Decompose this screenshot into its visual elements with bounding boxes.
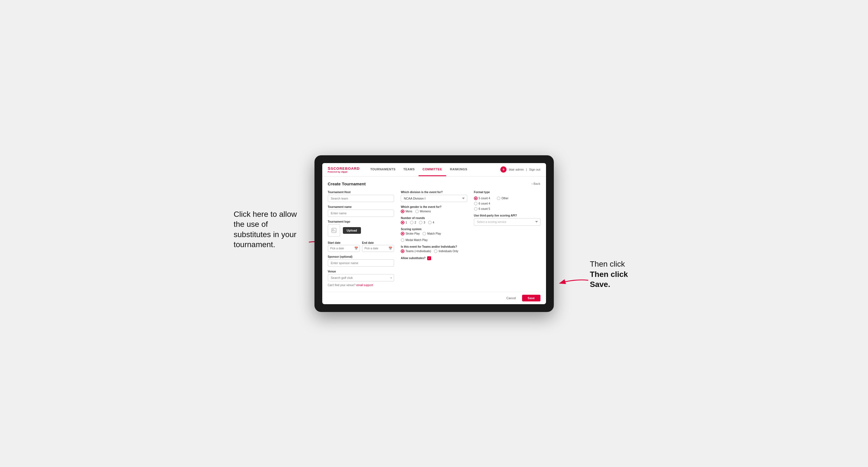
substitutes-checkbox[interactable]: ✓ (427, 256, 431, 260)
format-5count4[interactable]: 5 count 4 (474, 196, 490, 200)
rounds-4[interactable]: 4 (428, 221, 434, 224)
venue-group: Venue ▾ Can't find your venue? email sup… (328, 270, 394, 287)
tournament-logo-group: Tournament logo Upload (328, 220, 394, 237)
start-date-wrap: 📅 (328, 245, 360, 252)
gender-womens-radio[interactable] (415, 210, 419, 213)
svg-rect-0 (332, 228, 336, 233)
event-teams-radio[interactable] (401, 249, 404, 253)
scoring-radio-group: Stroke Play Match Play Medal Match Play (401, 232, 467, 242)
scoring-stroke-radio[interactable] (401, 232, 404, 236)
dates-group: Start date 📅 End date (328, 240, 394, 252)
save-button[interactable]: Save (522, 295, 540, 302)
scoring-match[interactable]: Match Play (423, 232, 441, 236)
form-grid: Tournament Host Tournament name Tourname… (328, 191, 540, 287)
page-footer: Cancel Save (322, 292, 546, 304)
back-link[interactable]: Back (531, 182, 540, 185)
scoring-service-select[interactable]: Select a scoring service (474, 218, 540, 226)
gender-mens[interactable]: Mens (401, 210, 412, 213)
division-group: Which division is the event for? NCAA Di… (401, 191, 467, 202)
nav-username: blair admin (509, 168, 524, 171)
nav-signout[interactable]: Sign out (529, 168, 540, 171)
event-teams[interactable]: Teams (+Individuals) (401, 249, 431, 253)
venue-email-link[interactable]: email support (356, 284, 373, 287)
scoring-stroke[interactable]: Stroke Play (401, 232, 420, 236)
rounds-1-radio[interactable] (401, 221, 404, 224)
gender-womens[interactable]: Womens (415, 210, 431, 213)
tournament-name-group: Tournament name (328, 206, 394, 217)
event-for-group: Is this event for Teams and/or Individua… (401, 245, 467, 253)
svg-point-1 (333, 229, 334, 230)
format-6count4-radio[interactable] (474, 202, 477, 206)
page-content: Create Tournament Back Tournament Host T… (322, 177, 546, 292)
logo-area: SSCOREBOARD Powered by clippd (328, 166, 360, 173)
tournament-host-input[interactable] (328, 195, 394, 202)
nav-links: TOURNAMENTS TEAMS COMMITTEE RANKINGS (366, 163, 500, 177)
form-col-right: Format type 5 count 4 Other (474, 191, 540, 287)
format-other-radio[interactable] (497, 196, 500, 200)
format-6count5-radio[interactable] (474, 207, 477, 211)
nav-rankings[interactable]: RANKINGS (446, 163, 471, 177)
substitutes-group: Allow substitutes? ✓ (401, 256, 467, 260)
gender-mens-radio[interactable] (401, 210, 404, 213)
scoring-match-radio[interactable] (423, 232, 426, 236)
division-select[interactable]: NCAA Division I (401, 195, 467, 202)
logo-upload-area: Upload (328, 224, 394, 237)
page-header: Create Tournament Back (328, 182, 540, 186)
nav-user: B blair admin | Sign out (500, 166, 540, 173)
rounds-2-radio[interactable] (410, 221, 413, 224)
sponsor-input[interactable] (328, 259, 394, 267)
format-type-label: Format type (474, 191, 540, 194)
nav-bar: SSCOREBOARD Powered by clippd TOURNAMENT… (322, 163, 546, 177)
cancel-button[interactable]: Cancel (503, 295, 519, 302)
format-6count4[interactable]: 6 count 4 (474, 202, 540, 206)
scoring-system-group: Scoring system Stroke Play Match Play (401, 228, 467, 242)
gender-label: Which gender is the event for? (401, 206, 467, 209)
venue-dropdown-icon: ▾ (391, 276, 392, 279)
event-individuals-radio[interactable] (434, 249, 437, 253)
logo-placeholder (328, 224, 340, 237)
tablet-screen: SSCOREBOARD Powered by clippd TOURNAMENT… (322, 163, 546, 304)
rounds-2[interactable]: 2 (410, 221, 416, 224)
event-individuals[interactable]: Individuals Only (434, 249, 458, 253)
nav-committee[interactable]: COMMITTEE (418, 163, 446, 177)
scoring-medal[interactable]: Medal Match Play (401, 238, 428, 242)
format-6count5[interactable]: 6 count 5 (474, 207, 540, 211)
tournament-name-label: Tournament name (328, 206, 394, 209)
scoring-service-label: Use third-party live scoring API? (474, 214, 540, 217)
upload-button[interactable]: Upload (343, 227, 361, 234)
substitutes-label: Allow substitutes? (401, 257, 426, 260)
sponsor-label: Sponsor (optional) (328, 255, 394, 258)
avatar: B (500, 166, 506, 173)
arrow-right-icon (558, 275, 591, 289)
venue-not-found: Can't find your venue? email support (328, 284, 394, 287)
venue-label: Venue (328, 270, 394, 273)
format-other[interactable]: Other (497, 196, 508, 200)
start-date-group: Start date 📅 (328, 240, 360, 252)
scoring-medal-radio[interactable] (401, 238, 404, 242)
substitutes-checkbox-item: Allow substitutes? ✓ (401, 256, 467, 260)
form-col-left: Tournament Host Tournament name Tourname… (328, 191, 394, 287)
venue-input[interactable] (328, 274, 394, 281)
annotation-left: Click here to allow the use of substitut… (234, 209, 306, 250)
nav-teams[interactable]: TEAMS (399, 163, 418, 177)
tablet-frame: SSCOREBOARD Powered by clippd TOURNAMENT… (314, 155, 554, 312)
tournament-name-input[interactable] (328, 210, 394, 217)
nav-separator: | (526, 168, 527, 171)
format-type-group: Format type 5 count 4 Other (474, 191, 540, 211)
scoring-system-label: Scoring system (401, 228, 467, 231)
nav-tournaments[interactable]: TOURNAMENTS (366, 163, 399, 177)
end-date-label: End date (362, 241, 374, 244)
rounds-4-radio[interactable] (428, 221, 432, 224)
tournament-logo-label: Tournament logo (328, 220, 394, 223)
end-date-group: End date 📅 (362, 240, 394, 252)
rounds-3[interactable]: 3 (419, 221, 425, 224)
rounds-1[interactable]: 1 (401, 221, 407, 224)
tournament-host-group: Tournament Host (328, 191, 394, 202)
format-5count4-radio[interactable] (474, 196, 477, 200)
annotation-right: Then click Then click Save. (590, 259, 646, 289)
gender-radio-group: Mens Womens (401, 210, 467, 213)
rounds-3-radio[interactable] (419, 221, 423, 224)
sponsor-group: Sponsor (optional) (328, 255, 394, 267)
scoring-service-group: Use third-party live scoring API? Select… (474, 214, 540, 226)
logo-powered: Powered by clippd (328, 170, 360, 173)
